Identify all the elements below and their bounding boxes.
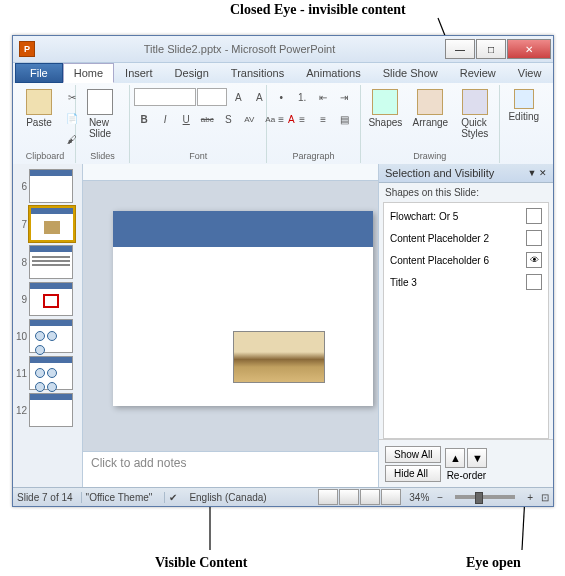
zoom-out-button[interactable]: − [437,492,443,503]
spacing-button[interactable]: AV [239,109,259,129]
slide-thumb-7[interactable] [29,206,75,242]
canvas-area: Click to add notes [83,164,378,488]
editing-button[interactable]: Editing [504,87,544,124]
slide-thumb-11[interactable] [29,356,73,390]
selection-pane-header: Selection and Visibility ▼ ✕ [379,164,553,183]
tab-review[interactable]: Review [449,63,507,83]
tab-transitions[interactable]: Transitions [220,63,295,83]
new-slide-button[interactable]: New Slide [80,87,120,141]
ribbon: Paste ✂ 📄 🖌 Clipboard New Slide Slides [13,83,553,166]
spellcheck-icon[interactable]: ✔ [164,492,181,503]
tab-slideshow[interactable]: Slide Show [372,63,449,83]
ruler [83,164,378,181]
arrange-icon [417,89,443,115]
tab-home[interactable]: Home [63,63,114,83]
zoom-slider[interactable] [455,495,515,499]
font-size-select[interactable] [197,88,227,106]
status-bar: Slide 7 of 14 "Office Theme" ✔ English (… [13,487,553,506]
window-title: Title Slide2.pptx - Microsoft PowerPoint [35,43,444,55]
slide-thumb-12[interactable] [29,393,73,427]
zoom-in-button[interactable]: + [527,492,533,503]
reorder-down-button[interactable]: ▼ [467,448,487,468]
close-button[interactable]: ✕ [507,39,551,59]
normal-view-button[interactable] [318,489,338,505]
align-center-button[interactable]: ≡ [292,109,312,129]
slideshow-view-button[interactable] [381,489,401,505]
app-icon: P [19,41,35,57]
selection-list: Flowchart: Or 5 Content Placeholder 2 Co… [383,202,549,439]
selection-item[interactable]: Title 3 [386,271,546,293]
visibility-toggle-closed-icon[interactable] [526,208,542,224]
selection-item[interactable]: Content Placeholder 2 [386,227,546,249]
notes-pane[interactable]: Click to add notes [83,451,378,488]
slide-thumb-8[interactable] [29,245,73,279]
hide-all-button[interactable]: Hide All [385,465,441,482]
align-right-button[interactable]: ≡ [313,109,333,129]
numbering-button[interactable]: 1. [292,87,312,107]
zoom-level: 34% [409,492,429,503]
thumbnail-panel: 6 7 8 9 10 11 12 [13,164,83,488]
shadow-button[interactable]: S [218,109,238,129]
slide-thumb-9[interactable] [29,282,73,316]
selection-item[interactable]: Content Placeholder 6👁 [386,249,546,271]
tab-animations[interactable]: Animations [295,63,371,83]
shapes-icon [372,89,398,115]
quick-styles-icon [462,89,488,115]
bullets-button[interactable]: • [271,87,291,107]
slide-image-content[interactable] [233,331,325,383]
paste-button[interactable]: Paste [19,87,59,130]
selection-pane: Selection and Visibility ▼ ✕ Shapes on t… [378,164,553,488]
reading-view-button[interactable] [360,489,380,505]
tab-design[interactable]: Design [164,63,220,83]
clipboard-icon [26,89,52,115]
grow-font-button[interactable]: A [228,87,248,107]
titlebar: P Title Slide2.pptx - Microsoft PowerPoi… [13,36,553,63]
shrink-font-button[interactable]: A [249,87,269,107]
quick-styles-button[interactable]: Quick Styles [455,87,495,141]
selection-item[interactable]: Flowchart: Or 5 [386,205,546,227]
bold-button[interactable]: B [134,109,154,129]
tab-view[interactable]: View [507,63,553,83]
slide-title-bar [113,211,373,247]
annotation-visible-content: Visible Content [155,555,247,571]
reorder-up-button[interactable]: ▲ [445,448,465,468]
theme-status: "Office Theme" [81,492,157,503]
selection-pane-close-icon[interactable]: ▼ ✕ [528,168,547,178]
ribbon-tabs: File Home Insert Design Transitions Anim… [13,63,553,83]
italic-button[interactable]: I [155,109,175,129]
reorder-label: Re-order [447,470,486,481]
indent-inc-button[interactable]: ⇥ [334,87,354,107]
language-status[interactable]: English (Canada) [189,492,266,503]
minimize-button[interactable]: — [445,39,475,59]
annotation-eye-open: Eye open [466,555,521,571]
font-family-select[interactable] [134,88,196,106]
annotation-closed-eye: Closed Eye - invisible content [230,2,406,18]
slide[interactable] [113,211,373,406]
show-all-button[interactable]: Show All [385,446,441,463]
slide-thumb-10[interactable] [29,319,73,353]
selection-pane-subtitle: Shapes on this Slide: [379,183,553,202]
file-tab[interactable]: File [15,63,63,83]
find-icon [514,89,534,109]
app-window: P Title Slide2.pptx - Microsoft PowerPoi… [12,35,554,507]
visibility-toggle-closed-icon[interactable] [526,274,542,290]
slide-thumb-6[interactable] [29,169,73,203]
slide-counter: Slide 7 of 14 [17,492,73,503]
strike-button[interactable]: abc [197,109,217,129]
indent-dec-button[interactable]: ⇤ [313,87,333,107]
new-slide-icon [87,89,113,115]
visibility-toggle-open-icon[interactable]: 👁 [526,252,542,268]
fit-window-button[interactable]: ⊡ [541,492,549,503]
visibility-toggle-closed-icon[interactable] [526,230,542,246]
sorter-view-button[interactable] [339,489,359,505]
arrange-button[interactable]: Arrange [409,87,452,130]
shapes-button[interactable]: Shapes [365,87,406,130]
align-left-button[interactable]: ≡ [271,109,291,129]
maximize-button[interactable]: □ [476,39,506,59]
tab-insert[interactable]: Insert [114,63,164,83]
slide-canvas[interactable] [83,181,378,451]
workspace: 6 7 8 9 10 11 12 Click to add notes Sele… [13,164,553,488]
underline-button[interactable]: U [176,109,196,129]
columns-button[interactable]: ▤ [334,109,354,129]
